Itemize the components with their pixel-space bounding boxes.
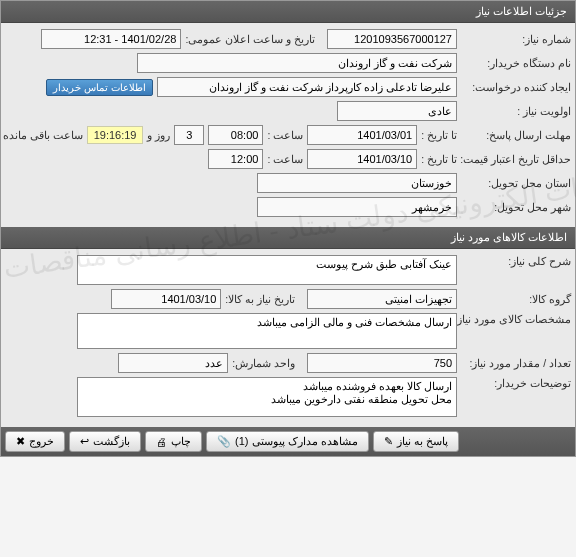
requester-field [157,77,457,97]
attachments-label: مشاهده مدارک پیوستی (1) [235,435,358,448]
validity-date-field [307,149,417,169]
label-time-2: ساعت : [267,153,303,165]
footer-toolbar: ✖ خروج ↩ بازگشت 🖨 چاپ 📎 مشاهده مدارک پیو… [1,427,575,456]
attachments-button[interactable]: 📎 مشاهده مدارک پیوستی (1) [206,431,369,452]
buyer-notes-field [77,377,457,417]
section-title-2: اطلاعات کالاهای مورد نیاز [451,231,567,243]
buyer-org-field [137,53,457,73]
label-deadline: مهلت ارسال پاسخ: [461,129,571,141]
label-province: استان محل تحویل: [461,177,571,189]
label-goods-spec: مشخصات کالای مورد نیاز: [461,313,571,325]
section-title: جزئیات اطلاعات نیاز [476,5,567,17]
need-details-panel: جزئیات اطلاعات نیاز شماره نیاز: تاریخ و … [0,0,576,457]
print-label: چاپ [171,435,191,448]
priority-field [337,101,457,121]
province-field [257,173,457,193]
label-buyer-org: نام دستگاه خریدار: [461,57,571,69]
deadline-date-field [307,125,417,145]
need-date-field [111,289,221,309]
back-button[interactable]: ↩ بازگشت [69,431,141,452]
reply-icon: ✎ [384,435,393,448]
label-need-no: شماره نیاز: [461,33,571,45]
label-price-validity: حداقل تاریخ اعتبار قیمت: [461,153,571,165]
validity-time-field [208,149,263,169]
section-header-details: جزئیات اطلاعات نیاز [1,1,575,23]
reply-button[interactable]: ✎ پاسخ به نیاز [373,431,459,452]
city-field [257,197,457,217]
print-icon: 🖨 [156,436,167,448]
label-time-1: ساعت : [267,129,303,141]
label-to-date-2: تا تاریخ : [421,153,457,165]
details-form: شماره نیاز: تاریخ و ساعت اعلان عمومی: نا… [1,23,575,227]
exit-label: خروج [29,435,54,448]
countdown-timer: 19:16:19 [87,126,144,144]
label-goods-group: گروه کالا: [461,293,571,305]
need-no-field [327,29,457,49]
label-general-desc: شرح کلی نیاز: [461,255,571,267]
deadline-time-field [208,125,263,145]
section-header-goods: اطلاعات کالاهای مورد نیاز [1,227,575,249]
attachment-icon: 📎 [217,435,231,448]
unit-field [118,353,228,373]
days-left-field [174,125,204,145]
goods-group-field [307,289,457,309]
back-icon: ↩ [80,435,89,448]
qty-field [307,353,457,373]
general-desc-field [77,255,457,285]
label-requester: ایجاد کننده درخواست: [461,81,571,93]
announce-field [41,29,181,49]
label-announce: تاریخ و ساعت اعلان عمومی: [185,33,315,45]
print-button[interactable]: 🖨 چاپ [145,431,202,452]
back-label: بازگشت [93,435,130,448]
goods-form: شرح کلی نیاز: گروه کالا: تاریخ نیاز به ک… [1,249,575,427]
reply-label: پاسخ به نیاز [397,435,448,448]
label-unit: واحد شمارش: [232,357,295,369]
label-need-date: تاریخ نیاز به کالا: [225,293,295,305]
label-qty: تعداد / مقدار مورد نیاز: [461,357,571,369]
label-city: شهر محل تحویل: [461,201,571,213]
contact-buyer-button[interactable]: اطلاعات تماس خریدار [46,79,153,96]
label-remaining: ساعت باقی مانده [3,129,83,141]
label-days-and: روز و [147,129,170,141]
exit-button[interactable]: ✖ خروج [5,431,65,452]
label-priority: اولویت نیاز : [461,105,571,117]
goods-spec-field [77,313,457,349]
exit-icon: ✖ [16,435,25,448]
label-buyer-notes: توضیحات خریدار: [461,377,571,389]
label-to-date-1: تا تاریخ : [421,129,457,141]
